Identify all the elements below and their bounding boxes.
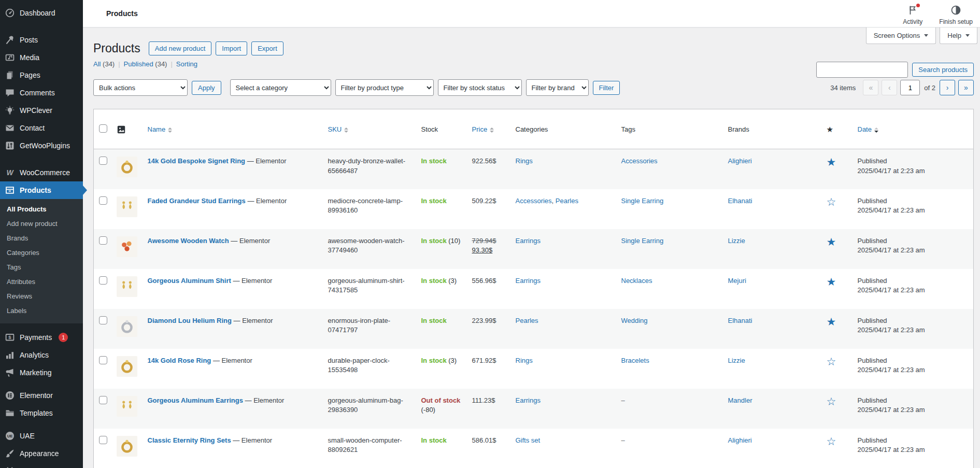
sidebar-subitem-categories[interactable]: Categories — [0, 246, 83, 260]
sidebar-subitem-tags[interactable]: Tags — [0, 260, 83, 275]
category-filter-select[interactable]: Select a category — [230, 79, 331, 96]
bulk-actions-select[interactable]: Bulk actions — [93, 79, 188, 96]
sidebar-item-analytics[interactable]: Analytics — [0, 346, 83, 364]
category-link[interactable]: Rings — [516, 157, 533, 165]
brand-filter-select[interactable]: Filter by brand — [526, 79, 589, 96]
sidebar-item-plugins[interactable]: Plugins — [0, 462, 83, 468]
featured-star-toggle[interactable]: ☆ — [827, 356, 836, 367]
screen-options-button[interactable]: Screen Options — [866, 27, 936, 44]
view-sorting-link[interactable]: Sorting — [176, 60, 197, 68]
product-thumbnail[interactable] — [117, 396, 137, 417]
category-link[interactable]: Accessories — [516, 197, 552, 205]
featured-star-toggle[interactable]: ☆ — [827, 395, 836, 407]
search-products-button[interactable]: Search products — [912, 63, 974, 77]
help-button[interactable]: Help — [940, 27, 977, 44]
tag-link[interactable]: Bracelets — [621, 357, 649, 364]
sidebar-item-appearance[interactable]: Appearance — [0, 445, 83, 462]
current-page-input[interactable] — [900, 80, 920, 95]
view-published-link[interactable]: Published (34) — [124, 60, 167, 68]
stock-status-filter-select[interactable]: Filter by stock status — [438, 79, 522, 96]
activity-button[interactable]: Activity — [900, 5, 926, 25]
last-page-button[interactable]: » — [958, 80, 974, 95]
product-name-link[interactable]: 14k Gold Bespoke Signet Ring — [148, 157, 246, 165]
row-checkbox[interactable] — [99, 396, 107, 404]
category-link[interactable]: Earrings — [516, 396, 541, 404]
sidebar-item-pages[interactable]: Pages — [0, 66, 83, 84]
column-header-date[interactable]: Date — [853, 109, 974, 149]
sidebar-subitem-brands[interactable]: Brands — [0, 231, 83, 246]
tag-link[interactable]: Single Earring — [621, 197, 664, 205]
featured-star-toggle[interactable]: ☆ — [827, 196, 836, 208]
row-checkbox[interactable] — [99, 157, 107, 165]
apply-button[interactable]: Apply — [192, 81, 221, 95]
sidebar-item-dashboard[interactable]: Dashboard — [0, 4, 83, 22]
category-link[interactable]: Pearles — [516, 317, 538, 324]
column-header-name[interactable]: Name — [143, 109, 323, 149]
product-thumbnail[interactable] — [117, 316, 137, 337]
product-name-link[interactable]: 14k Gold Rose Ring — [148, 357, 211, 364]
brand-link[interactable]: Elhanati — [728, 197, 752, 205]
sidebar-subitem-reviews[interactable]: Reviews — [0, 289, 83, 304]
view-all-link[interactable]: All (34) — [93, 60, 115, 68]
featured-star-toggle[interactable]: ★ — [827, 156, 836, 168]
brand-link[interactable]: Alighieri — [728, 436, 752, 444]
sidebar-subitem-add-new-product[interactable]: Add new product — [0, 217, 83, 231]
category-link[interactable]: Earrings — [516, 237, 541, 245]
brand-link[interactable]: Alighieri — [728, 157, 752, 165]
brand-link[interactable]: Elhanati — [728, 317, 752, 324]
brand-link[interactable]: Lizzie — [728, 237, 745, 245]
sidebar-item-wpclever[interactable]: WPClever — [0, 102, 83, 119]
import-button[interactable]: Import — [216, 41, 247, 55]
product-thumbnail[interactable] — [117, 196, 137, 217]
product-thumbnail[interactable] — [117, 236, 137, 257]
sidebar-item-contact[interactable]: Contact — [0, 119, 83, 137]
sidebar-item-comments[interactable]: Comments — [0, 84, 83, 102]
brand-link[interactable]: Mandler — [728, 396, 752, 404]
row-checkbox[interactable] — [99, 276, 107, 285]
product-name-link[interactable]: Diamond Lou Helium Ring — [148, 317, 232, 324]
sidebar-subitem-attributes[interactable]: Attributes — [0, 275, 83, 289]
sidebar-item-elementor[interactable]: Elementor — [0, 387, 83, 404]
row-checkbox[interactable] — [99, 196, 107, 205]
featured-star-toggle[interactable]: ★ — [827, 236, 836, 248]
tag-link[interactable]: Necklaces — [621, 277, 652, 285]
product-name-link[interactable]: Gorgeous Aluminum Shirt — [148, 277, 231, 285]
sidebar-item-woocommerce[interactable]: WWooCommerce — [0, 164, 83, 181]
category-link[interactable]: Earrings — [516, 277, 541, 285]
row-checkbox[interactable] — [99, 436, 107, 444]
featured-star-toggle[interactable]: ★ — [827, 276, 836, 288]
row-checkbox[interactable] — [99, 316, 107, 324]
product-name-link[interactable]: Faded Grandeur Stud Earrings — [148, 197, 246, 205]
sidebar-item-getwooplugins[interactable]: GetWooPlugins — [0, 137, 83, 154]
row-checkbox[interactable] — [99, 236, 107, 245]
sidebar-item-media[interactable]: Media — [0, 49, 83, 66]
sidebar-item-posts[interactable]: Posts — [0, 31, 83, 49]
sidebar-item-payments[interactable]: $Payments1 — [0, 329, 83, 346]
tag-link[interactable]: Single Earring — [621, 237, 664, 245]
brand-link[interactable]: Mejuri — [728, 277, 746, 285]
product-thumbnail[interactable] — [117, 356, 137, 377]
featured-star-toggle[interactable]: ★ — [827, 316, 836, 328]
filter-button[interactable]: Filter — [593, 81, 620, 95]
product-name-link[interactable]: Classic Eternity Ring Sets — [148, 436, 231, 444]
product-thumbnail[interactable] — [117, 436, 137, 457]
sidebar-item-products[interactable]: Products — [0, 181, 83, 199]
column-header-price[interactable]: Price — [467, 109, 510, 149]
product-type-filter-select[interactable]: Filter by product type — [335, 79, 434, 96]
featured-star-toggle[interactable]: ☆ — [827, 435, 836, 447]
category-link[interactable]: Pearles — [556, 197, 578, 205]
product-name-link[interactable]: Awesome Wooden Watch — [148, 237, 229, 245]
search-input[interactable] — [816, 62, 908, 78]
next-page-button[interactable]: › — [940, 80, 955, 95]
category-link[interactable]: Gifts set — [516, 436, 541, 444]
row-checkbox[interactable] — [99, 356, 107, 364]
sidebar-subitem-all-products[interactable]: All Products — [0, 202, 83, 217]
tag-link[interactable]: Wedding — [621, 317, 648, 324]
select-all-checkbox[interactable] — [99, 124, 107, 133]
finish-setup-button[interactable]: Finish setup — [939, 5, 973, 25]
tag-link[interactable]: Accessories — [621, 157, 658, 165]
product-name-link[interactable]: Gorgeous Aluminum Earrings — [148, 396, 243, 404]
sidebar-item-uae[interactable]: UEUAE — [0, 427, 83, 445]
add-new-product-button[interactable]: Add new product — [149, 41, 212, 55]
export-button[interactable]: Export — [251, 41, 283, 55]
